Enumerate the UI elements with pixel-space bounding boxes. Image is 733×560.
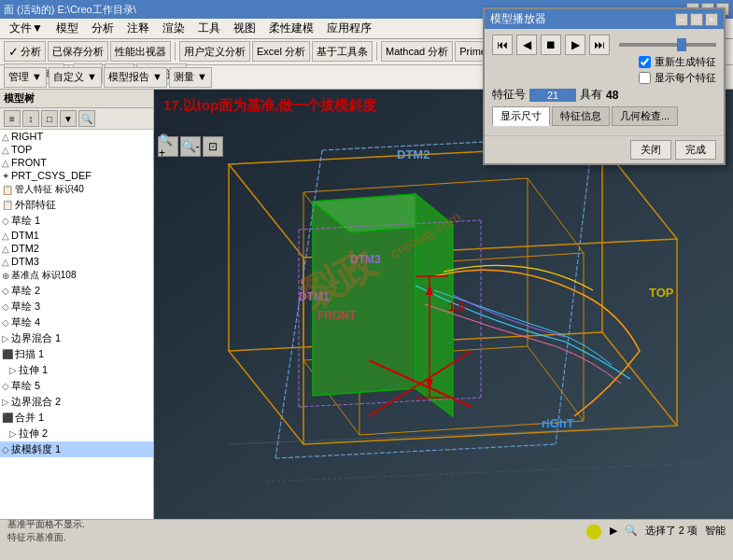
status-search-icon: 🔍 [625,525,638,537]
tree-item-boundary1[interactable]: ▷边界混合 1 [0,330,153,346]
play-last-btn[interactable]: ⏭ [589,35,610,55]
tree-item-sweep1[interactable]: ⬛扫描 1 [0,346,153,362]
tb-measure[interactable]: 测量 ▼ [169,67,212,88]
dtm2-label: DTM2 [397,147,430,161]
tab-feature-info[interactable]: 特征信息 [552,106,610,126]
dim-15: 1.5 [448,300,465,314]
show-each-label: 显示每个特征 [655,71,716,85]
menu-render[interactable]: 渲染 [157,19,190,38]
tb-saved-analysis[interactable]: 已保存分析 [48,41,108,62]
play-prev-btn[interactable]: ◀ [516,35,537,55]
tree-item-extrude2[interactable]: ▷拉伸 2 [0,426,153,441]
tree-title: 模型树 [4,91,35,105]
tree-item-draft1[interactable]: ◇拔模斜度 1 [0,441,153,457]
tree-search-btn[interactable]: 🔍 [78,110,95,127]
tree-header: 模型树 [0,90,153,108]
tree-item-sketch5[interactable]: ◇草绘 5 [0,378,153,394]
regen-checkbox[interactable] [639,56,651,68]
tree-item-sketch3[interactable]: ◇草绘 3 [0,299,153,315]
tree-item-sketch2[interactable]: ◇草绘 2 [0,283,153,299]
tb-base-tools[interactable]: 基于工具条 [312,41,373,62]
tree-item-sketch4[interactable]: ◇草绘 4 [0,315,153,330]
status-play-btn[interactable]: ▶ [610,525,617,537]
tree-item-right[interactable]: △RIGHT [0,130,153,143]
tree-item-front[interactable]: △FRONT [0,156,153,169]
dialog-done-btn[interactable]: 完成 [675,140,716,160]
checkbox-show-each: 显示每个特征 [639,71,716,85]
tb-perf-viewer[interactable]: 性能出视器 [110,41,171,62]
tree-item-dtm1[interactable]: △DTM1 [0,229,153,242]
menu-tools[interactable]: 工具 [192,19,226,38]
tree-item-csys[interactable]: ✦PRT_CSYS_DEF [0,169,153,182]
playback-slider[interactable] [619,43,716,47]
vp-zoom-in[interactable]: 🔍+ [158,136,178,157]
tab-geom-check[interactable]: 几何检查... [612,106,678,126]
tb-manage[interactable]: 管理 ▼ [4,67,47,88]
right-label: riGhT [542,416,574,430]
status-mode: 智能 [705,524,726,538]
tb-model-report[interactable]: 模型报告 ▼ [104,67,167,88]
menu-flexible[interactable]: 柔性建模 [263,19,319,38]
tree-item-import[interactable]: 📋管人特征 标识40 [0,182,153,197]
feature-input[interactable] [529,89,576,102]
sep2 [376,42,377,61]
menu-analysis[interactable]: 分析 [86,19,120,38]
tb-analysis[interactable]: ✓分析 [4,41,46,62]
dialog-max-btn[interactable]: □ [690,13,703,26]
model-tree: △RIGHT △TOP △FRONT ✦PRT_CSYS_DEF 📋管人特征 标… [0,130,153,519]
tree-item-boundary2[interactable]: ▷边界混合 2 [0,394,153,410]
dialog-tabs: 显示尺寸 特征信息 几何检查... [492,106,716,126]
dialog-min-btn[interactable]: ─ [675,13,688,26]
show-each-checkbox[interactable] [639,72,651,84]
menu-view[interactable]: 视图 [228,19,261,38]
tree-toolbar: ≡ ↕ □ ▼ 🔍 [0,108,153,130]
tree-item-external[interactable]: 📋外部特征 [0,197,153,213]
tree-item-top[interactable]: △TOP [0,143,153,156]
title-text: 面 (活动的) E:\Creo工作目录\ [4,3,136,17]
dialog-close-btn[interactable]: × [705,13,718,26]
dialog-action-bar: 关闭 完成 [485,135,724,163]
vp-fit[interactable]: ⊡ [203,136,223,157]
status-selected: 选择了 2 项 [645,524,698,538]
count-label: 具有 [580,87,602,103]
vp-zoom-out[interactable]: 🔍- [180,136,201,157]
tb-customize[interactable]: 自定义 ▼ [49,67,102,88]
viewport-toolbar: 🔍+ 🔍- ⊡ [158,136,223,157]
status-note2: 特征示基准面. [7,531,85,544]
play-next-btn[interactable]: ▶ [565,35,585,55]
status-bar: 基准平面格不显示. 特征示基准面. ⬤ ▶ 🔍 选择了 2 项 智能 [0,519,733,541]
dialog-body: ⏮ ◀ ⏹ ▶ ⏭ 重新生成特征 显示每个特征 特征号 具有 48 [485,29,724,135]
step-annotation: 17.以top面为基准,做一个拔模斜度 [163,97,376,115]
status-note1: 基准平面格不显示. [7,518,85,531]
left-panel: 模型树 ≡ ↕ □ ▼ 🔍 △RIGHT △TOP △FRONT ✦PRT_CS… [0,90,154,519]
tree-expand-btn[interactable]: □ [41,110,58,127]
dialog-title-text: 模型播放器 [490,11,546,27]
menu-file[interactable]: 文件▼ [4,19,49,38]
menu-model[interactable]: 模型 [50,19,84,38]
tab-show-dim[interactable]: 显示尺寸 [492,106,550,126]
tree-item-dtm2[interactable]: △DTM2 [0,242,153,255]
tree-settings-btn[interactable]: ≡ [4,110,21,127]
dialog-title-bar: 模型播放器 ─ □ × [485,9,724,29]
top-label: TOP [649,286,674,300]
tree-filter-btn[interactable]: ▼ [60,110,77,127]
tb-excel[interactable]: Excel 分析 [252,41,310,62]
status-notes: 基准平面格不显示. 特征示基准面. [7,518,85,544]
play-first-btn[interactable]: ⏮ [492,35,513,55]
menu-apps[interactable]: 应用程序 [321,19,377,38]
tree-item-dtm3[interactable]: △DTM3 [0,255,153,268]
tb-user-defined[interactable]: 用户定义分析 [179,41,250,62]
tree-item-extrude1[interactable]: ▷拉伸 1 [0,362,153,378]
tree-item-sketch1[interactable]: ◇草绘 1 [0,213,153,229]
dialog-close-action[interactable]: 关闭 [630,140,671,160]
tree-item-datum-pt[interactable]: ⊕基准点 标识108 [0,268,153,283]
count-value: 48 [606,89,618,102]
menu-annotation[interactable]: 注释 [121,19,155,38]
playback-controls: ⏮ ◀ ⏹ ▶ ⏭ [492,35,716,55]
tree-item-merge1[interactable]: ⬛合并 1 [0,410,153,426]
tree-sort-btn[interactable]: ↕ [22,110,39,127]
status-dot-yellow: ⬤ [585,522,602,539]
feature-info-row: 特征号 具有 48 [492,87,716,103]
tb-mathcad[interactable]: Mathcad 分析 [381,41,453,62]
play-stop-btn[interactable]: ⏹ [541,35,561,55]
